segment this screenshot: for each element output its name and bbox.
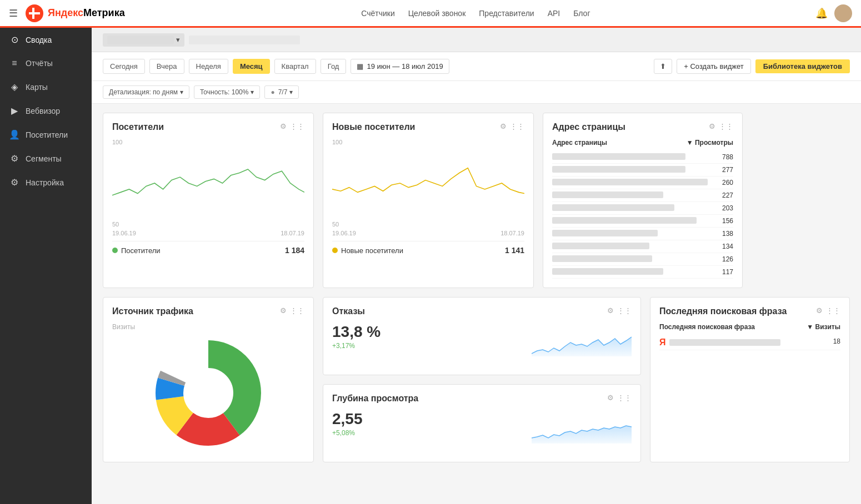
address-blurred — [552, 268, 663, 275]
gear-icon[interactable]: ⚙ — [607, 394, 614, 402]
gear-icon[interactable]: ⚙ — [280, 122, 287, 130]
sidebar-item-vebvizor[interactable]: ▶ Вебвизор — [0, 99, 92, 123]
new-visitors-dates: 19.06.19 18.07.19 — [332, 230, 524, 236]
segmenty-icon: ⚙ — [9, 153, 20, 164]
yandex-icon: Я — [659, 337, 666, 347]
create-widget-button[interactable]: + Создать виджет — [677, 59, 750, 74]
detail-label: Детализация: по дням — [109, 88, 178, 96]
bounce-card: Отказы ⚙ ⋮⋮ 13,8 % +3,17% — [323, 297, 641, 375]
gear-icon[interactable]: ⚙ — [280, 306, 287, 315]
user-avatar[interactable] — [834, 4, 852, 22]
grid-icon[interactable]: ⋮⋮ — [290, 122, 304, 130]
sidebar-label-otchety: Отчёты — [26, 59, 53, 68]
visitors-legend-label: Посетители — [121, 246, 161, 255]
visitors-legend-dot — [112, 248, 118, 253]
date-range-picker[interactable]: ▦ 19 июн — 18 июл 2019 — [351, 59, 449, 74]
new-visitors-y-max: 100 — [332, 139, 342, 145]
search-actions: ⚙ ⋮⋮ — [816, 306, 840, 315]
export-button[interactable]: ⬆ — [654, 59, 672, 74]
period-week[interactable]: Неделя — [189, 59, 228, 74]
grid-icon[interactable]: ⋮⋮ — [510, 122, 524, 130]
search-table-row: Я 18 — [659, 335, 840, 350]
depth-delta: +5,08% — [332, 429, 525, 437]
period-today[interactable]: Сегодня — [103, 59, 145, 74]
address-blurred — [552, 191, 663, 198]
gear-icon[interactable]: ⚙ — [816, 306, 823, 315]
visitors-legend: Посетители 1 184 — [112, 241, 304, 255]
notification-bell-icon[interactable]: 🔔 — [815, 7, 828, 19]
nav-api[interactable]: API — [548, 9, 560, 18]
grid-icon[interactable]: ⋮⋮ — [826, 306, 840, 315]
address-blurred — [552, 153, 685, 160]
hamburger-menu[interactable]: ☰ — [9, 7, 18, 19]
traffic-card: Источник трафика ⚙ ⋮⋮ Визиты — [103, 297, 314, 462]
karty-icon: ◈ — [9, 82, 20, 92]
gear-icon[interactable]: ⚙ — [500, 122, 507, 130]
traffic-title: Источник трафика — [112, 306, 193, 316]
sidebar-item-svodka[interactable]: ⊙ Сводка — [0, 28, 92, 52]
search-title: Последняя поисковая фраза — [659, 306, 787, 316]
visitors-chart — [112, 150, 304, 216]
nav-links: Счётчики Целевой звонок Представители AP… — [136, 9, 815, 18]
logo: Яндекс Метрика — [24, 3, 125, 23]
top-navigation: ☰ Яндекс Метрика Счётчики Целевой звонок… — [0, 0, 861, 28]
chevron-down-icon: ▾ — [251, 88, 254, 96]
table-row: 227 — [552, 189, 733, 202]
sidebar-label-karty: Карты — [26, 83, 48, 92]
new-visitors-legend-item: Новые посетители — [332, 246, 403, 255]
nav-zvonok[interactable]: Целевой звонок — [408, 9, 466, 18]
period-year[interactable]: Год — [321, 59, 347, 74]
sidebar-item-otchety[interactable]: ≡ Отчёты — [0, 52, 92, 75]
new-visitors-legend-dot — [332, 248, 338, 253]
segments-label: 7/7 — [278, 88, 288, 96]
table-row: 260 — [552, 177, 733, 189]
address-table-body: 788 277 260 227 203 156 138 134 126 117 — [552, 151, 733, 279]
table-row: 203 — [552, 202, 733, 215]
sidebar-item-posetiteli[interactable]: 👤 Посетители — [0, 123, 92, 147]
segments-dropdown[interactable]: ● 7/7 ▾ — [264, 85, 299, 99]
search-visits-value: 18 — [818, 337, 840, 347]
logo-text-red: Яндекс — [48, 7, 83, 19]
nav-predstaviteli[interactable]: Представители — [479, 9, 534, 18]
grid-icon[interactable]: ⋮⋮ — [290, 306, 304, 315]
period-yesterday[interactable]: Вчера — [149, 59, 184, 74]
grid-icon[interactable]: ⋮⋮ — [719, 122, 733, 130]
gear-icon[interactable]: ⚙ — [709, 122, 715, 130]
table-row: 134 — [552, 240, 733, 253]
detail-dropdown[interactable]: Детализация: по дням ▾ — [103, 85, 189, 99]
search-phrase-blurred — [669, 339, 780, 346]
sidebar-item-segmenty[interactable]: ⚙ Сегменты — [0, 147, 92, 170]
library-button[interactable]: Библиотека виджетов — [755, 59, 850, 73]
counter-selector[interactable]: ▾ — [103, 33, 184, 47]
grid-row-1: Посетители ⚙ ⋮⋮ 100 50 — [103, 113, 850, 288]
traffic-subtitle: Визиты — [112, 323, 304, 331]
gear-icon[interactable]: ⚙ — [607, 306, 614, 315]
address-blurred — [552, 217, 697, 224]
grid-icon[interactable]: ⋮⋮ — [617, 306, 632, 315]
address-actions: ⚙ ⋮⋮ — [709, 122, 733, 130]
visitors-card: Посетители ⚙ ⋮⋮ 100 50 — [103, 113, 314, 288]
sidebar-item-karty[interactable]: ◈ Карты — [0, 75, 92, 99]
accuracy-dropdown[interactable]: Точность: 100% ▾ — [194, 85, 260, 99]
period-quarter[interactable]: Квартал — [274, 59, 316, 74]
bounce-value: 13,8 % — [332, 323, 525, 341]
visitors-date-start: 19.06.19 — [112, 230, 136, 236]
visitors-legend-item: Посетители — [112, 246, 161, 255]
search-col2: ▼ Визиты — [807, 323, 840, 331]
bounce-header: Отказы ⚙ ⋮⋮ — [332, 306, 632, 316]
depth-header: Глубина просмотра ⚙ ⋮⋮ — [332, 394, 632, 404]
visitors-card-actions: ⚙ ⋮⋮ — [280, 122, 304, 130]
period-month[interactable]: Месяц — [233, 59, 270, 74]
grid-icon[interactable]: ⋮⋮ — [617, 394, 632, 402]
search-row-content: Я — [659, 337, 818, 347]
nav-blog[interactable]: Блог — [573, 9, 590, 18]
sidebar-item-nastrojka[interactable]: ⚙ Настройка — [0, 170, 92, 194]
svg-point-8 — [186, 371, 231, 415]
table-row: 788 — [552, 151, 733, 164]
visitors-card-header: Посетители ⚙ ⋮⋮ — [112, 122, 304, 132]
nastrojka-icon: ⚙ — [9, 177, 20, 188]
new-visitors-title: Новые посетители — [332, 122, 415, 132]
nav-schetchiki[interactable]: Счётчики — [361, 9, 395, 18]
visitors-title: Посетители — [112, 122, 164, 132]
sidebar-label-posetiteli: Посетители — [26, 130, 68, 139]
